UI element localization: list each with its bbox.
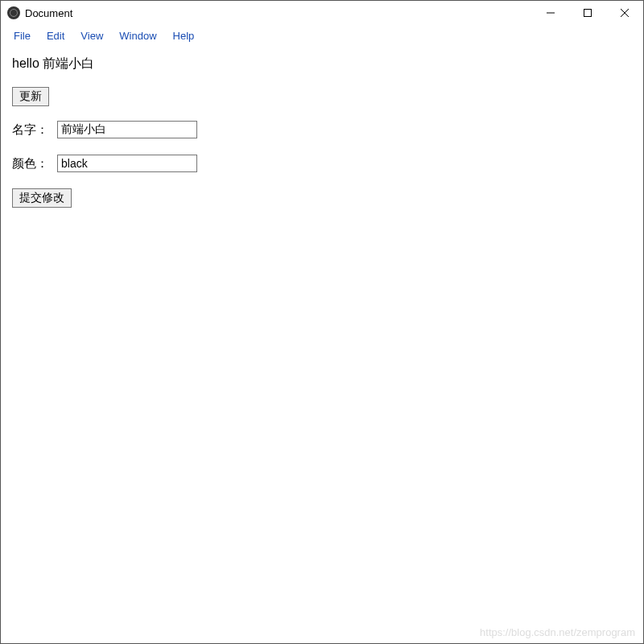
menu-view[interactable]: View	[72, 27, 111, 44]
close-button[interactable]	[606, 1, 643, 25]
maximize-button[interactable]	[569, 1, 606, 25]
menubar: File Edit View Window Help	[1, 25, 643, 46]
name-row: 名字：	[12, 121, 632, 138]
close-icon	[621, 9, 629, 17]
app-icon	[7, 6, 20, 19]
maximize-icon	[584, 9, 592, 17]
minimize-icon	[547, 9, 555, 17]
window-title: Document	[25, 7, 72, 19]
update-button[interactable]: 更新	[12, 87, 49, 106]
menu-edit[interactable]: Edit	[39, 27, 72, 44]
name-label: 名字：	[12, 122, 57, 138]
window-controls	[532, 1, 643, 25]
submit-button[interactable]: 提交修改	[12, 188, 72, 208]
color-row: 颜色：	[12, 155, 632, 172]
titlebar-left: Document	[7, 6, 72, 19]
menu-window[interactable]: Window	[111, 27, 164, 44]
svg-rect-1	[584, 10, 592, 17]
app-window: Document File Edit View Window Help hell…	[0, 0, 644, 644]
watermark-text: https://blog.csdn.net/zemprogram	[480, 626, 635, 638]
minimize-button[interactable]	[532, 1, 569, 25]
color-label: 颜色：	[12, 156, 57, 171]
color-input[interactable]	[57, 155, 197, 172]
name-input[interactable]	[57, 121, 197, 138]
titlebar: Document	[1, 1, 643, 25]
content-area: hello 前端小白 更新 名字： 颜色： 提交修改 https://blog.…	[1, 46, 643, 643]
menu-file[interactable]: File	[6, 27, 39, 44]
menu-help[interactable]: Help	[165, 27, 203, 44]
greeting-text: hello 前端小白	[12, 56, 632, 72]
